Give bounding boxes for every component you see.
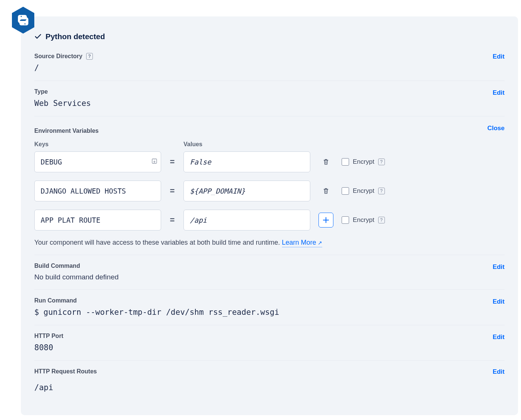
run-command-value-row: $ gunicorn --worker-tmp-dir /dev/shm rss…	[34, 308, 505, 317]
env-row: =Encrypt?	[34, 181, 505, 201]
keys-header: Keys	[34, 141, 161, 148]
encrypt-label: Encrypt	[353, 158, 374, 166]
delete-row-button[interactable]	[321, 186, 331, 196]
section-source-directory: Source Directory ? / Edit	[34, 45, 505, 81]
env-key-wrap	[34, 210, 161, 231]
encrypt-label: Encrypt	[353, 216, 374, 224]
env-key-input[interactable]	[34, 210, 161, 231]
source-directory-label: Source Directory ?	[34, 53, 505, 60]
env-vars-label: Environment Variables	[34, 128, 505, 134]
encrypt-group: Encrypt?	[342, 158, 405, 166]
help-icon[interactable]: ?	[378, 188, 385, 194]
section-environment-variables: Environment Variables Close Keys Values …	[34, 116, 505, 255]
run-command-label: Run Command	[34, 297, 505, 304]
page: Python detected Source Directory ? / Edi…	[0, 0, 521, 420]
edit-button[interactable]: Edit	[493, 298, 505, 305]
env-value-wrap	[183, 151, 310, 172]
encrypt-group: Encrypt?	[342, 216, 405, 224]
svg-marker-0	[12, 7, 34, 34]
env-note: Your component will have access to these…	[34, 239, 505, 247]
env-value-wrap	[183, 181, 310, 201]
equals-sign: =	[167, 157, 178, 167]
help-icon[interactable]: ?	[378, 217, 385, 223]
env-note-text: Your component will have access to these…	[34, 239, 282, 246]
section-http-routes: HTTP Request Routes /api Edit	[34, 361, 505, 400]
delete-row-button[interactable]	[321, 157, 331, 167]
build-command-label: Build Command	[34, 263, 505, 269]
type-value: Web Services	[34, 99, 505, 108]
env-row-action	[316, 157, 336, 167]
http-port-label: HTTP Port	[34, 333, 505, 339]
learn-more-link[interactable]: Learn More↗	[282, 239, 322, 247]
env-row: =Encrypt?	[34, 210, 505, 231]
values-header: Values	[183, 141, 310, 148]
http-port-value: 8080	[34, 343, 505, 352]
equals-sign: =	[167, 215, 178, 225]
env-row-action	[316, 186, 336, 196]
python-hex-icon	[10, 6, 36, 34]
env-rows: =Encrypt?=Encrypt?=Encrypt?	[34, 151, 505, 231]
external-link-icon: ↗	[318, 240, 322, 246]
env-key-input[interactable]	[34, 151, 161, 172]
env-key-input[interactable]	[34, 181, 161, 201]
component-card: Python detected Source Directory ? / Edi…	[21, 16, 518, 415]
autofill-icon	[151, 158, 157, 166]
section-http-port: HTTP Port 8080 Edit	[34, 325, 505, 361]
help-icon[interactable]: ?	[86, 53, 93, 60]
encrypt-checkbox[interactable]	[342, 216, 349, 224]
source-directory-label-text: Source Directory	[34, 53, 82, 60]
svg-point-1	[21, 16, 22, 17]
svg-point-2	[24, 23, 25, 24]
env-row: =Encrypt?	[34, 151, 505, 172]
env-key-wrap	[34, 181, 161, 201]
equals-sign: =	[167, 186, 178, 196]
edit-button[interactable]: Edit	[493, 368, 505, 376]
encrypt-checkbox[interactable]	[342, 187, 349, 195]
edit-button[interactable]: Edit	[493, 263, 505, 271]
env-value-input[interactable]	[183, 210, 310, 231]
env-key-wrap	[34, 151, 161, 172]
add-row-button[interactable]	[318, 213, 333, 228]
type-label: Type	[34, 88, 505, 95]
run-command-value: gunicorn --worker-tmp-dir /dev/shm rss_r…	[44, 308, 279, 317]
section-build-command: Build Command No build command defined E…	[34, 255, 505, 290]
close-button[interactable]: Close	[487, 125, 505, 132]
edit-button[interactable]: Edit	[493, 53, 505, 60]
section-run-command: Run Command $ gunicorn --worker-tmp-dir …	[34, 290, 505, 325]
help-icon[interactable]: ?	[378, 159, 385, 165]
source-directory-value: /	[34, 63, 505, 72]
edit-button[interactable]: Edit	[493, 333, 505, 341]
python-badge	[10, 6, 36, 34]
detected-title: Python detected	[45, 32, 105, 41]
env-value-input[interactable]	[183, 181, 310, 201]
build-command-value: No build command defined	[34, 273, 505, 281]
prompt-symbol: $	[34, 308, 39, 317]
heading-row: Python detected	[34, 32, 505, 41]
env-value-wrap	[183, 210, 310, 231]
http-routes-label: HTTP Request Routes	[34, 368, 505, 375]
env-value-input[interactable]	[183, 151, 310, 172]
env-row-action	[316, 213, 336, 228]
encrypt-group: Encrypt?	[342, 187, 405, 195]
section-type: Type Web Services Edit	[34, 81, 505, 116]
encrypt-checkbox[interactable]	[342, 158, 349, 166]
encrypt-label: Encrypt	[353, 187, 374, 195]
http-routes-value: /api	[34, 383, 505, 392]
edit-button[interactable]: Edit	[493, 89, 505, 97]
env-columns-header: Keys Values	[34, 141, 505, 148]
